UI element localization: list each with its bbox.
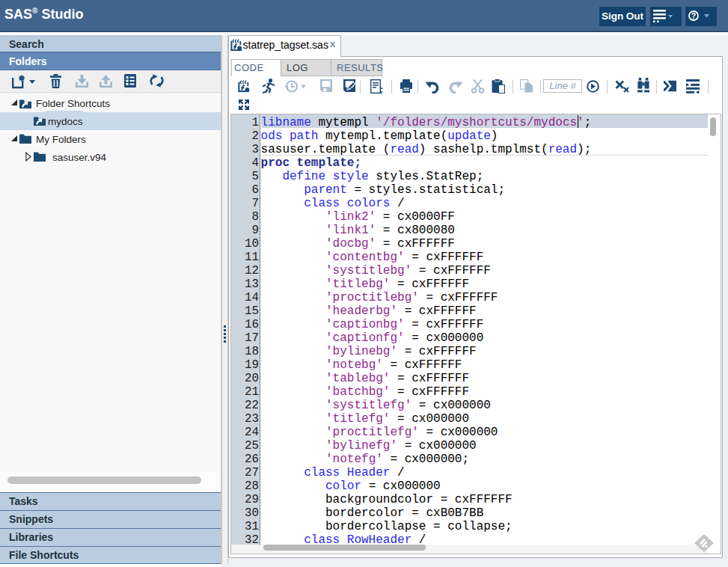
- svg-text:;: ;: [379, 85, 384, 94]
- svg-text:?: ?: [691, 11, 696, 20]
